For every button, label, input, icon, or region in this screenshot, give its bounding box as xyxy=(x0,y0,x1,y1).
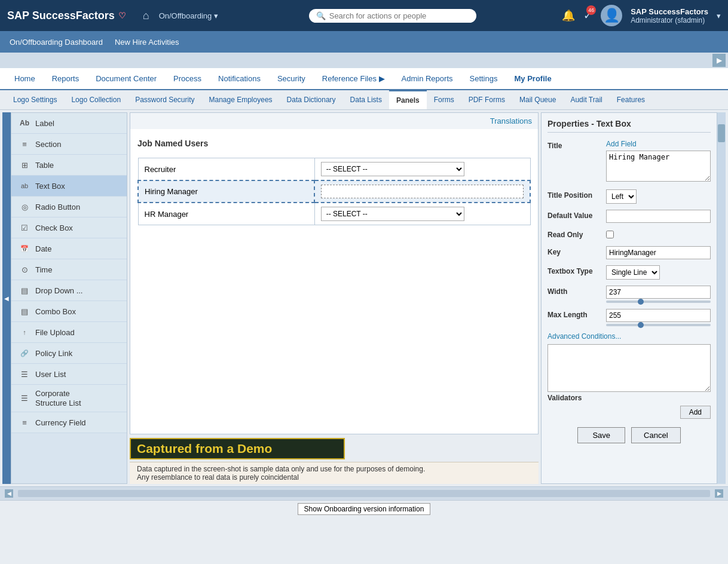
hiring-manager-input[interactable] xyxy=(321,185,524,198)
main-nav-security[interactable]: Security xyxy=(269,68,314,90)
prop-title-textarea[interactable] xyxy=(606,151,711,182)
read-only-checkbox[interactable] xyxy=(606,231,614,238)
sub-nav-forms[interactable]: Forms xyxy=(427,91,461,109)
sub-nav-panels[interactable]: Panels xyxy=(389,90,427,109)
bell-icon[interactable]: 🔔 xyxy=(562,9,575,22)
scroll-right-arrow[interactable]: ▶ xyxy=(715,489,723,498)
add-field-link[interactable]: Add Field xyxy=(606,140,711,148)
sidebar-item-textbox[interactable]: ab Text Box xyxy=(11,176,127,197)
prop-key-value xyxy=(606,246,711,259)
sub-nav-logo-settings[interactable]: Logo Settings xyxy=(6,91,64,109)
main-nav-home[interactable]: Home xyxy=(6,68,44,90)
sidebar-item-time[interactable]: ⊙ Time xyxy=(11,259,127,280)
main-nav-process[interactable]: Process xyxy=(165,68,210,90)
top-nav-chevron: ▾ xyxy=(214,11,218,20)
prop-textbox-type-row: Textbox Type Single Line xyxy=(547,265,711,280)
textbox-icon: ab xyxy=(19,180,30,192)
conditions-textarea[interactable] xyxy=(547,344,711,392)
sub-nav-audit-trail[interactable]: Audit Trail xyxy=(563,91,609,109)
key-input[interactable] xyxy=(606,246,711,259)
sidebar-item-table[interactable]: ⊞ Table xyxy=(11,155,127,176)
sidebar-item-userlist[interactable]: ☰ User List xyxy=(11,364,127,385)
main-nav-settings[interactable]: Settings xyxy=(461,68,506,90)
disclaimer: Data captured in the screen-shot is samp… xyxy=(130,462,539,484)
scrollbar-thumb[interactable] xyxy=(718,124,725,142)
advanced-conditions-link[interactable]: Advanced Conditions... xyxy=(547,332,711,341)
title-position-select[interactable]: Left xyxy=(606,189,637,204)
sidebar-arrow-icon: ◀ xyxy=(4,295,9,302)
time-icon: ⊙ xyxy=(19,263,30,275)
sub-nav-data-lists[interactable]: Data Lists xyxy=(343,91,389,109)
prop-default-value-row: Default Value xyxy=(547,210,711,223)
vertical-scrollbar[interactable] xyxy=(717,112,726,484)
search-area: 🔍 xyxy=(223,9,562,23)
main-nav-reports[interactable]: Reports xyxy=(44,68,88,90)
cancel-button[interactable]: Cancel xyxy=(631,427,680,443)
brand-logo: SAP SuccessFactors ♡ xyxy=(7,10,126,22)
show-version-button[interactable]: Show Onboarding version information xyxy=(298,503,431,515)
sidebar-item-currency[interactable]: ≡ Currency Field xyxy=(11,412,127,433)
sub-nav-manage-employees[interactable]: Manage Employees xyxy=(202,91,280,109)
translations-link[interactable]: Translations xyxy=(130,113,538,129)
prop-key-row: Key xyxy=(547,246,711,259)
sidebar-item-label[interactable]: Ab Label xyxy=(11,113,127,134)
sidebar-item-checkbox[interactable]: ☑ Check Box xyxy=(11,217,127,238)
hr-manager-select[interactable]: -- SELECT -- xyxy=(321,207,464,221)
properties-title: Properties - Text Box xyxy=(547,119,711,133)
sidebar-arrow[interactable]: ◀ xyxy=(2,112,11,484)
sidebar-item-radio[interactable]: ◎ Radio Button xyxy=(11,197,127,217)
max-length-slider-thumb[interactable] xyxy=(638,322,644,328)
prop-title-position-label: Title Position xyxy=(547,189,601,200)
width-slider-track[interactable] xyxy=(606,301,711,303)
sub-nav-mail-queue[interactable]: Mail Queue xyxy=(512,91,563,109)
sub-nav-password-security[interactable]: Password Security xyxy=(128,91,201,109)
table-row-hr-manager: HR Manager -- SELECT -- xyxy=(138,203,530,225)
add-validator-button[interactable]: Add xyxy=(680,406,711,419)
home-icon[interactable]: ⌂ xyxy=(138,10,154,22)
main-nav-reference-files[interactable]: Reference Files ▶ xyxy=(314,68,393,90)
user-chevron[interactable]: ▾ xyxy=(717,11,721,20)
sidebar-container: ◀ Ab Label ≡ Section ⊞ Table ab Text Box… xyxy=(2,112,127,484)
sidebar-item-combobox[interactable]: ▤ Combo Box xyxy=(11,301,127,322)
sub-nav-data-dictionary[interactable]: Data Dictionary xyxy=(280,91,343,109)
main-nav-document-center[interactable]: Document Center xyxy=(87,68,165,90)
default-value-input[interactable] xyxy=(606,210,711,223)
sub-nav-logo-collection[interactable]: Logo Collection xyxy=(64,91,128,109)
sidebar-item-section[interactable]: ≡ Section xyxy=(11,134,127,155)
max-length-input[interactable] xyxy=(606,309,711,322)
width-input[interactable] xyxy=(606,286,711,299)
width-slider-thumb[interactable] xyxy=(638,299,644,305)
hr-manager-label: HR Manager xyxy=(138,203,314,225)
expand-button[interactable]: ▶ xyxy=(712,54,726,67)
brand-name: SAP SuccessFactors xyxy=(7,10,115,22)
recruiter-label: Recruiter xyxy=(138,158,314,181)
notification-badge[interactable]: ✓ 46 xyxy=(583,9,592,22)
sidebar-item-policylink[interactable]: 🔗 Policy Link xyxy=(11,343,127,364)
main-nav-admin-reports[interactable]: Admin Reports xyxy=(393,68,461,90)
save-button[interactable]: Save xyxy=(577,427,625,443)
center-panel: Translations Job Named Users Recruiter -… xyxy=(130,112,539,434)
prop-title-position-value: Left xyxy=(606,189,711,204)
top-nav-module[interactable]: On/Offboarding ▾ xyxy=(154,11,224,20)
sidebar-item-fileupload[interactable]: ↑ File Upload xyxy=(11,322,127,343)
search-input[interactable] xyxy=(329,11,469,20)
prop-title-row: Title Add Field xyxy=(547,140,711,183)
action-buttons: Save Cancel xyxy=(547,427,711,443)
sub-nav-pdf-forms[interactable]: PDF Forms xyxy=(461,91,512,109)
sidebar-item-dropdown[interactable]: ▤ Drop Down ... xyxy=(11,280,127,301)
textbox-type-select[interactable]: Single Line xyxy=(606,265,660,280)
scroll-left-arrow[interactable]: ◀ xyxy=(5,489,13,498)
recruiter-select[interactable]: -- SELECT -- xyxy=(321,162,464,176)
prop-width-value xyxy=(606,286,711,303)
sub-nav-features[interactable]: Features xyxy=(610,91,652,109)
max-length-slider-track[interactable] xyxy=(606,324,711,326)
main-nav-my-profile[interactable]: My Profile xyxy=(506,68,559,90)
prop-read-only-row: Read Only xyxy=(547,229,711,240)
secondary-nav-newhire[interactable]: New Hire Activities xyxy=(115,38,179,47)
sidebar-item-date[interactable]: 📅 Date xyxy=(11,238,127,259)
main-nav-notifications[interactable]: Notifications xyxy=(210,68,269,90)
horizontal-scrollbar[interactable] xyxy=(18,490,710,497)
sidebar-item-corporate-structure[interactable]: ☰ CorporateStructure List xyxy=(11,385,127,412)
expand-row: ▶ xyxy=(0,53,728,68)
secondary-nav-dashboard[interactable]: On/Offboarding Dashboard xyxy=(10,38,103,47)
